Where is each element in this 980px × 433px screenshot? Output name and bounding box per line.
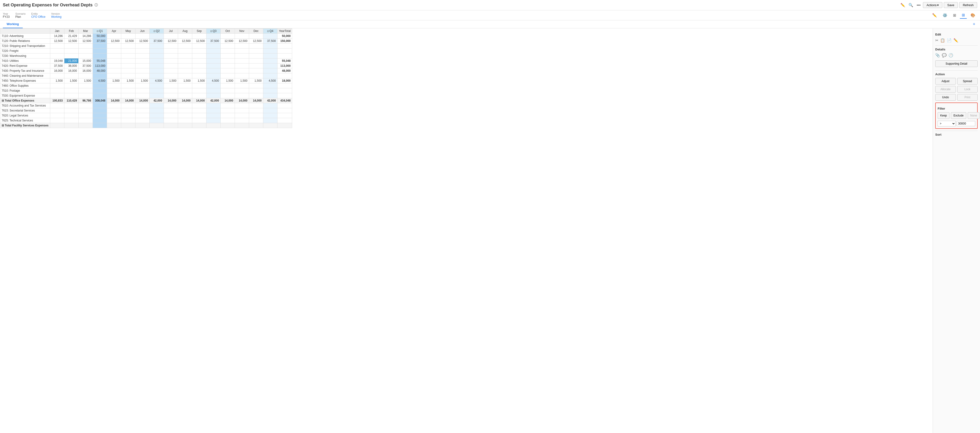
table-cell[interactable] (277, 88, 292, 93)
table-cell[interactable] (206, 118, 220, 123)
table-cell[interactable] (249, 108, 263, 113)
table-cell[interactable] (92, 54, 107, 59)
table-cell[interactable] (249, 83, 263, 88)
table-cell[interactable] (107, 68, 121, 73)
table-cell[interactable]: 7510: Postage (0, 88, 50, 93)
table-cell[interactable] (50, 73, 64, 78)
table-cell[interactable]: 4,500 (92, 78, 107, 83)
table-cell[interactable] (192, 83, 206, 88)
table-cell[interactable] (107, 43, 121, 49)
table-cell[interactable]: 12,500 (50, 38, 64, 43)
table-cell[interactable] (135, 64, 150, 68)
pencil-icon-btn[interactable]: ✏️ (930, 12, 939, 19)
table-cell[interactable]: 110,429 (64, 98, 78, 103)
spreadsheet-area[interactable]: Jan Feb Mar ⊟Q1 Apr May Jun ⊟Q2 Jul Aug … (0, 29, 933, 433)
table-cell[interactable] (121, 59, 135, 64)
table-cell[interactable] (263, 59, 277, 64)
spread-button[interactable]: Spread (957, 78, 978, 84)
table-cell[interactable]: 7625: Technical Services (0, 118, 50, 123)
table-cell[interactable] (121, 93, 135, 98)
table-cell[interactable] (235, 113, 249, 118)
table-cell[interactable] (64, 88, 78, 93)
table-cell[interactable]: 1,500 (78, 78, 92, 83)
table-cell[interactable] (150, 43, 164, 49)
add-tab-button[interactable]: + (971, 21, 977, 28)
table-cell[interactable]: 42,000 (206, 98, 220, 103)
table-cell[interactable] (107, 123, 121, 128)
table-cell[interactable] (220, 68, 235, 73)
table-cell[interactable]: 308,048 (92, 98, 107, 103)
table-cell[interactable] (164, 103, 178, 108)
table-cell[interactable] (78, 49, 92, 54)
table-cell[interactable] (220, 33, 235, 38)
table-cell[interactable] (78, 108, 92, 113)
table-cell[interactable]: 4,500 (263, 78, 277, 83)
table-cell[interactable] (220, 103, 235, 108)
table-cell[interactable] (220, 49, 235, 54)
table-cell[interactable] (220, 93, 235, 98)
table-cell[interactable] (78, 54, 92, 59)
undo-button[interactable]: Undo (935, 94, 956, 100)
table-cell[interactable] (135, 113, 150, 118)
table-cell[interactable]: ⊟ Total Office Expenses (0, 98, 50, 103)
table-cell[interactable] (206, 83, 220, 88)
table-cell[interactable] (150, 88, 164, 93)
table-cell[interactable] (121, 118, 135, 123)
table-cell[interactable] (121, 73, 135, 78)
table-cell[interactable] (107, 93, 121, 98)
table-cell[interactable] (277, 43, 292, 49)
table-cell[interactable]: 12,500 (249, 38, 263, 43)
table-cell[interactable] (277, 83, 292, 88)
table-cell[interactable] (263, 64, 277, 68)
table-cell[interactable]: 21,000 (64, 59, 78, 64)
table-cell[interactable] (192, 108, 206, 113)
table-cell[interactable]: 14,000 (135, 98, 150, 103)
table-cell[interactable] (164, 113, 178, 118)
table-cell[interactable]: 4,500 (150, 78, 164, 83)
table-cell[interactable] (178, 73, 192, 78)
table-cell[interactable] (92, 108, 107, 113)
table-cell[interactable] (249, 93, 263, 98)
table-cell[interactable] (135, 43, 150, 49)
table-cell[interactable]: 12,500 (178, 38, 192, 43)
table-cell[interactable] (78, 118, 92, 123)
table-cell[interactable]: 7450: Telephone Expenses (0, 78, 50, 83)
gear-icon-btn[interactable]: ⚙️ (941, 12, 949, 19)
table-cell[interactable]: 16,000 (78, 68, 92, 73)
table-cell[interactable]: 42,000 (263, 98, 277, 103)
table-cell[interactable] (178, 33, 192, 38)
table-cell[interactable] (220, 64, 235, 68)
table-cell[interactable]: 12,500 (64, 38, 78, 43)
table-cell[interactable] (107, 59, 121, 64)
table-cell[interactable]: 37,500 (50, 64, 64, 68)
table-cell[interactable] (150, 64, 164, 68)
table-cell[interactable] (263, 113, 277, 118)
table-cell[interactable] (277, 103, 292, 108)
table-cell[interactable] (121, 64, 135, 68)
table-cell[interactable] (277, 108, 292, 113)
table-cell[interactable] (107, 83, 121, 88)
table-cell[interactable] (78, 93, 92, 98)
table-cell[interactable] (178, 93, 192, 98)
table-cell[interactable] (107, 88, 121, 93)
table-cell[interactable] (220, 118, 235, 123)
table-cell[interactable] (64, 113, 78, 118)
table-cell[interactable] (249, 118, 263, 123)
table-cell[interactable] (235, 54, 249, 59)
table-cell[interactable] (121, 103, 135, 108)
table-cell[interactable] (135, 108, 150, 113)
table-cell[interactable]: 50,000 (92, 33, 107, 38)
table-cell[interactable] (121, 54, 135, 59)
supporting-detail-button[interactable]: Supporting Detail (935, 60, 978, 67)
table-cell[interactable]: 7530: Equipment Expense (0, 93, 50, 98)
table-cell[interactable] (64, 118, 78, 123)
table-cell[interactable]: 15,000 (78, 59, 92, 64)
table-cell[interactable]: 42,000 (150, 98, 164, 103)
table-cell[interactable] (178, 68, 192, 73)
exclude-button[interactable]: Exclude (951, 112, 966, 119)
table-cell[interactable] (249, 68, 263, 73)
table-cell[interactable] (192, 113, 206, 118)
table-cell[interactable] (164, 49, 178, 54)
table-cell[interactable]: 7430: Property Tax and Insurance (0, 68, 50, 73)
table-cell[interactable] (249, 59, 263, 64)
